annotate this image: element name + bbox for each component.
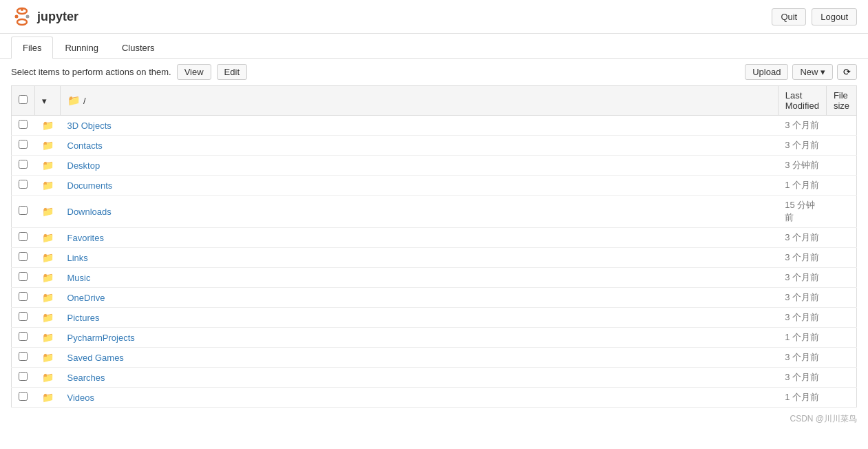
tab-files[interactable]: Files — [11, 36, 53, 59]
row-checkbox[interactable] — [19, 372, 28, 381]
toolbar-right: Upload New ▾ ⟳ — [745, 64, 857, 80]
table-header-row: ▾ 📁 / Last Modified File size — [12, 86, 857, 116]
file-link[interactable]: Music — [67, 273, 91, 283]
row-checkbox[interactable] — [19, 352, 28, 361]
header-dropdown-icon[interactable]: ▾ — [42, 96, 47, 106]
row-size-cell — [826, 268, 856, 288]
file-link[interactable]: PycharmProjects — [67, 333, 135, 343]
file-link[interactable]: Links — [67, 253, 88, 263]
row-name-cell: 3D Objects — [61, 116, 779, 136]
tab-bar: Files Running Clusters — [0, 36, 868, 59]
select-all-checkbox[interactable] — [19, 95, 28, 104]
tab-running[interactable]: Running — [53, 36, 109, 59]
row-size-cell — [826, 136, 856, 156]
file-table: ▾ 📁 / Last Modified File size — [11, 85, 857, 408]
new-button[interactable]: New ▾ — [792, 64, 833, 80]
file-link[interactable]: Searches — [67, 373, 105, 383]
row-size-cell — [826, 196, 856, 228]
header-path: / — [83, 96, 86, 106]
row-checkbox-cell — [12, 176, 35, 196]
file-link[interactable]: Downloads — [67, 207, 112, 217]
row-folder-icon-cell: 📁 — [35, 248, 61, 268]
svg-point-1 — [17, 19, 27, 25]
row-modified-cell: 3 个月前 — [778, 288, 826, 308]
row-name-cell: OneDrive — [61, 288, 779, 308]
row-size-cell — [826, 328, 856, 348]
refresh-button[interactable]: ⟳ — [837, 64, 857, 80]
row-folder-icon-cell: 📁 — [35, 368, 61, 388]
row-checkbox[interactable] — [19, 312, 28, 321]
row-modified-cell: 3 个月前 — [778, 248, 826, 268]
watermark: CSDN @川川菜鸟 — [0, 408, 868, 430]
row-checkbox[interactable] — [19, 206, 28, 215]
table-row: 📁 Music 3 个月前 — [12, 268, 857, 288]
file-link[interactable]: OneDrive — [67, 293, 105, 303]
table-row: 📁 OneDrive 3 个月前 — [12, 288, 857, 308]
row-checkbox-cell — [12, 228, 35, 248]
table-row: 📁 PycharmProjects 1 个月前 — [12, 328, 857, 348]
row-modified-cell: 3 分钟前 — [778, 156, 826, 176]
table-row: 📁 3D Objects 3 个月前 — [12, 116, 857, 136]
header-modified-cell: Last Modified — [778, 86, 826, 116]
row-folder-icon-cell: 📁 — [35, 196, 61, 228]
file-link[interactable]: Saved Games — [67, 353, 124, 363]
folder-icon: 📁 — [42, 120, 54, 131]
row-checkbox[interactable] — [19, 120, 28, 129]
row-name-cell: Favorites — [61, 228, 779, 248]
edit-button[interactable]: Edit — [217, 64, 247, 80]
row-name-cell: Downloads — [61, 196, 779, 228]
row-modified-cell: 3 个月前 — [778, 308, 826, 328]
logout-button[interactable]: Logout — [812, 8, 857, 25]
file-link[interactable]: Favorites — [67, 233, 104, 243]
row-folder-icon-cell: 📁 — [35, 116, 61, 136]
svg-point-2 — [15, 15, 19, 19]
row-modified-cell: 3 个月前 — [778, 228, 826, 248]
file-link[interactable]: Desktop — [67, 160, 100, 171]
row-checkbox[interactable] — [19, 332, 28, 341]
row-checkbox-cell — [12, 136, 35, 156]
watermark-text: CSDN @川川菜鸟 — [790, 414, 857, 424]
folder-icon: 📁 — [42, 372, 54, 383]
view-button[interactable]: View — [177, 64, 211, 80]
row-checkbox[interactable] — [19, 292, 28, 301]
row-checkbox[interactable] — [19, 272, 28, 281]
row-folder-icon-cell: 📁 — [35, 328, 61, 348]
row-name-cell: PycharmProjects — [61, 328, 779, 348]
row-checkbox[interactable] — [19, 140, 28, 149]
row-checkbox[interactable] — [19, 232, 28, 241]
table-row: 📁 Contacts 3 个月前 — [12, 136, 857, 156]
row-modified-cell: 15 分钟前 — [778, 196, 826, 228]
row-checkbox[interactable] — [19, 180, 28, 189]
row-checkbox-cell — [12, 368, 35, 388]
file-link[interactable]: Contacts — [67, 140, 103, 151]
quit-button[interactable]: Quit — [772, 8, 806, 25]
folder-icon: 📁 — [42, 332, 54, 343]
row-checkbox[interactable] — [19, 160, 28, 169]
file-link[interactable]: Videos — [67, 393, 95, 403]
row-size-cell — [826, 288, 856, 308]
header-size-cell: File size — [826, 86, 856, 116]
row-checkbox[interactable] — [19, 392, 28, 401]
table-row: 📁 Searches 3 个月前 — [12, 368, 857, 388]
folder-icon: 📁 — [42, 272, 54, 283]
row-modified-cell: 3 个月前 — [778, 348, 826, 368]
row-size-cell — [826, 388, 856, 408]
upload-button[interactable]: Upload — [745, 64, 788, 80]
file-link[interactable]: Pictures — [67, 313, 100, 323]
row-checkbox[interactable] — [19, 252, 28, 261]
toolbar-left: Select items to perform actions on them.… — [11, 64, 247, 80]
file-link[interactable]: 3D Objects — [67, 121, 112, 131]
tab-clusters[interactable]: Clusters — [110, 36, 167, 59]
header-size-label: File size — [834, 90, 849, 111]
row-name-cell: Music — [61, 268, 779, 288]
row-size-cell — [826, 308, 856, 328]
file-tbody: 📁 3D Objects 3 个月前 📁 Contacts 3 个月前 — [12, 116, 857, 408]
table-row: 📁 Desktop 3 分钟前 — [12, 156, 857, 176]
row-checkbox-cell — [12, 308, 35, 328]
row-checkbox-cell — [12, 288, 35, 308]
row-folder-icon-cell: 📁 — [35, 288, 61, 308]
folder-icon: 📁 — [42, 180, 54, 191]
file-link[interactable]: Documents — [67, 180, 113, 191]
row-name-cell: Pictures — [61, 308, 779, 328]
row-name-cell: Videos — [61, 388, 779, 408]
